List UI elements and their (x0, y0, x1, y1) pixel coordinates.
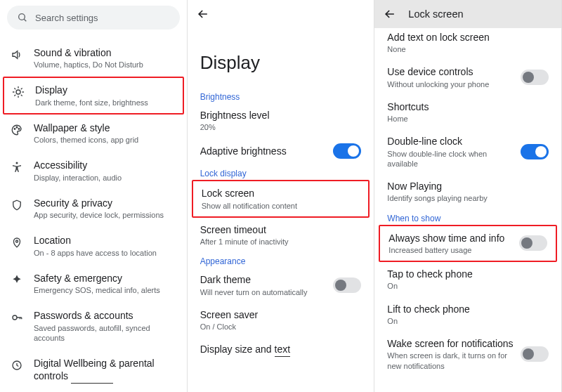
tap-to-check-row[interactable]: Tap to check phone On (374, 262, 561, 296)
svg-point-3 (14, 129, 15, 130)
now-playing-row[interactable]: Now Playing Identify songs playing nearb… (374, 174, 561, 209)
dark-theme-row[interactable]: Dark theme Will never turn on automatica… (188, 268, 374, 302)
device-controls-toggle[interactable] (521, 70, 549, 85)
back-button[interactable] (196, 7, 210, 21)
back-arrow-icon (196, 7, 210, 21)
sidebar-item-display[interactable]: Display Dark theme, font size, brightnes… (3, 77, 184, 114)
sidebar-item-wallpaper[interactable]: Wallpaper & style Colors, themed icons, … (0, 115, 187, 152)
sidebar-item-accessibility[interactable]: Accessibility Display, interaction, audi… (0, 152, 187, 189)
adaptive-brightness-toggle[interactable] (333, 143, 361, 159)
add-text-row[interactable]: Add text on lock screen None (374, 28, 561, 60)
search-placeholder: Search settings (35, 13, 98, 23)
key-icon (10, 311, 24, 325)
display-icon (11, 85, 25, 99)
page-title: Display (188, 28, 374, 88)
emergency-icon (10, 273, 24, 287)
wake-screen-toggle[interactable] (521, 346, 549, 362)
shortcuts-row[interactable]: Shortcuts Home (374, 95, 561, 129)
svg-line-1 (24, 19, 26, 21)
device-controls-row[interactable]: Use device controls Without unlocking yo… (374, 60, 561, 94)
adaptive-brightness-row[interactable]: Adaptive brightness (188, 138, 374, 164)
screen-timeout-row[interactable]: Screen timeout After 1 minute of inactiv… (188, 218, 374, 252)
svg-point-2 (16, 90, 20, 94)
lock-screen-row[interactable]: Lock screen Show all notification conten… (192, 180, 370, 217)
sidebar-item-sound[interactable]: Sound & vibration Volume, haptics, Do No… (0, 39, 187, 77)
display-size-row[interactable]: Display size and text (188, 337, 374, 362)
section-brightness: Brightness (188, 88, 374, 103)
always-show-row[interactable]: Always show time and info Increased batt… (379, 225, 557, 262)
search-icon (17, 12, 28, 23)
section-when-to-show: When to show (374, 209, 561, 225)
double-line-clock-row[interactable]: Double-line clock Show double-line clock… (374, 129, 561, 174)
svg-point-8 (13, 315, 17, 320)
svg-point-5 (18, 129, 20, 130)
location-icon (10, 235, 24, 249)
svg-point-7 (16, 240, 18, 242)
always-show-toggle[interactable] (519, 235, 547, 251)
svg-point-6 (16, 162, 18, 164)
back-arrow-icon (383, 7, 397, 21)
double-line-clock-toggle[interactable] (521, 144, 549, 159)
panel-header (188, 0, 374, 28)
lift-to-check-row[interactable]: Lift to check phone On (374, 297, 561, 332)
settings-list: Sound & vibration Volume, haptics, Do No… (0, 35, 187, 391)
palette-icon (10, 123, 24, 137)
display-settings-panel: Display Brightness Brightness level 20% … (188, 0, 375, 392)
settings-root-panel: Search settings Sound & vibration Volume… (0, 0, 188, 392)
brightness-level-row[interactable]: Brightness level 20% (188, 103, 374, 138)
wake-screen-row[interactable]: Wake screen for notifications When scree… (374, 332, 561, 377)
section-appearance: Appearance (188, 252, 374, 268)
volume-icon (10, 48, 24, 62)
wellbeing-icon (10, 358, 24, 372)
sidebar-item-passwords[interactable]: Passwords & accounts Saved passwords, au… (0, 302, 187, 350)
sidebar-item-location[interactable]: Location On - 8 apps have access to loca… (0, 227, 187, 264)
section-lock-display: Lock display (188, 164, 374, 180)
sidebar-item-safety[interactable]: Safety & emergency Emergency SOS, medica… (0, 265, 187, 302)
dark-theme-toggle[interactable] (333, 277, 361, 293)
sidebar-item-security[interactable]: Security & privacy App security, device … (0, 190, 187, 227)
back-button[interactable] (383, 7, 397, 21)
search-settings-input[interactable]: Search settings (7, 6, 180, 30)
panel-header: Lock screen (374, 0, 561, 28)
svg-point-0 (19, 14, 25, 20)
svg-point-4 (16, 126, 18, 128)
header-title: Lock screen (408, 8, 463, 20)
screen-saver-row[interactable]: Screen saver On / Clock (188, 303, 374, 337)
lock-screen-panel: Lock screen Add text on lock screen None… (374, 0, 562, 392)
sidebar-item-wellbeing[interactable]: Digital Wellbeing & parental controls (0, 350, 187, 390)
shield-icon (10, 198, 24, 212)
accessibility-icon (10, 160, 24, 174)
